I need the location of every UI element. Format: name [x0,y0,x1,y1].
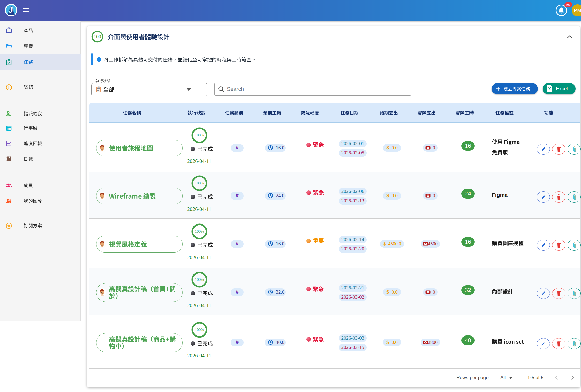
svg-text:X: X [548,87,551,91]
svg-text:J: J [9,5,13,14]
